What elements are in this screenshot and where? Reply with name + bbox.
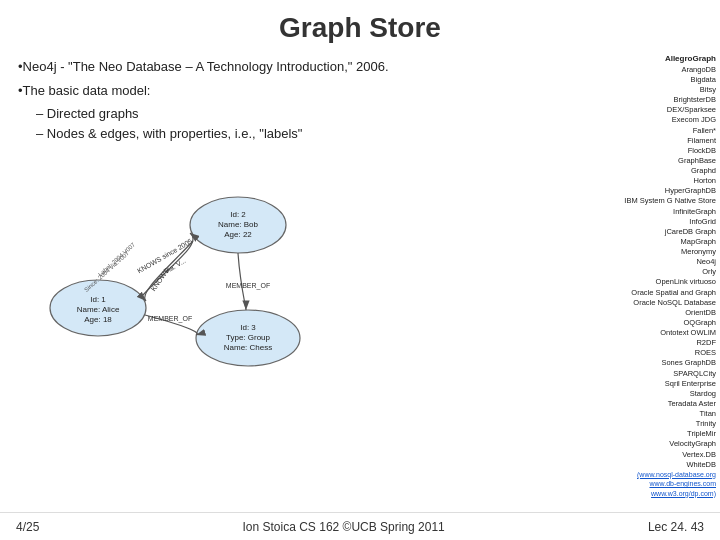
sidebar-arangoDB: ArangoDB	[575, 65, 716, 75]
sidebar-titan: Titan	[575, 409, 716, 419]
main-layout: •Neo4j - "The Neo Database – A Technolog…	[0, 50, 720, 540]
sidebar-graphBase: GraphBase	[575, 156, 716, 166]
svg-text:Id: 1: Id: 1	[90, 295, 106, 304]
svg-text:Age: 22: Age: 22	[224, 230, 252, 239]
right-sidebar: AllegroGraph ArangoDB Bigdata Bitsy Brig…	[575, 50, 720, 540]
sidebar-roes: ROES	[575, 348, 716, 358]
sidebar-tripleMir: TripleMir	[575, 429, 716, 439]
graph-svg: Id: 1 Name: Alice Age: 18 Id: 2 Name: Bo…	[18, 153, 388, 383]
sidebar-teradata: Teradata Aster	[575, 399, 716, 409]
sidebar-execom: Execom JDG	[575, 115, 716, 125]
graph-diagram: Id: 1 Name: Alice Age: 18 Id: 2 Name: Bo…	[18, 153, 388, 383]
svg-text:MEMBER_OF: MEMBER_OF	[148, 315, 192, 323]
sidebar-whiteDB: WhiteDB	[575, 460, 716, 470]
sidebar-graphd: Graphd	[575, 166, 716, 176]
sidebar-sones: Sones GraphDB	[575, 358, 716, 368]
sub-bullet-nodes: – Nodes & edges, with properties, i.e., …	[36, 124, 565, 144]
sidebar-orientDB: OrientDB	[575, 308, 716, 318]
svg-text:Name: Bob: Name: Bob	[218, 220, 259, 229]
sidebar-link2[interactable]: www.db-engines.com	[575, 479, 716, 488]
sidebar-infoGrid: InfoGrid	[575, 217, 716, 227]
sidebar-meronymy: Meronymy	[575, 247, 716, 257]
svg-text:Type: Group: Type: Group	[226, 333, 271, 342]
sidebar-openlink: OpenLink virtuoso	[575, 277, 716, 287]
sidebar-ibm: IBM System G Native Store	[575, 196, 716, 206]
sidebar-stardog: Stardog	[575, 389, 716, 399]
sidebar-r2df: R2DF	[575, 338, 716, 348]
sidebar-oracle-spatial: Oracle Spatial and Graph	[575, 288, 716, 298]
footer-right: Lec 24. 43	[648, 520, 704, 534]
sub-bullet-directed: – Directed graphs	[36, 104, 565, 124]
sidebar-filament: Filament	[575, 136, 716, 146]
sidebar-orly: Orly	[575, 267, 716, 277]
footer-left: 4/25	[16, 520, 39, 534]
sidebar-jcareDB: jCareDB Graph	[575, 227, 716, 237]
svg-text:KNOWS: KNOWS	[149, 267, 170, 293]
sidebar-link3[interactable]: www.w3.org/dp.com)	[575, 489, 716, 498]
sidebar-trinity: Trinity	[575, 419, 716, 429]
neo4j-bullet: •Neo4j - "The Neo Database – A Technolog…	[18, 58, 565, 76]
page-title: Graph Store	[0, 0, 720, 50]
sidebar-dex: DEX/Sparksee	[575, 105, 716, 115]
sidebar-fallen: Fallen*	[575, 126, 716, 136]
left-content: •Neo4j - "The Neo Database – A Technolog…	[0, 50, 575, 540]
sidebar-hyperGraphDB: HyperGraphDB	[575, 186, 716, 196]
sidebar-oracle-nosql: Oracle NoSQL Database	[575, 298, 716, 308]
sidebar-oqgraph: OQGraph	[575, 318, 716, 328]
svg-text:MEMBER_OF: MEMBER_OF	[226, 282, 270, 290]
svg-text:Id: 2: Id: 2	[230, 210, 246, 219]
sidebar-sparqlcity: SPARQLCity	[575, 369, 716, 379]
sidebar-neo4j: Neo4j	[575, 257, 716, 267]
sidebar-bigdata: Bigdata	[575, 75, 716, 85]
svg-text:Id: 3: Id: 3	[240, 323, 256, 332]
svg-text:Name: Alice: Name: Alice	[77, 305, 120, 314]
footer-center: Ion Stoica CS 162 ©UCB Spring 2011	[243, 520, 445, 534]
sidebar-velocityGraph: VelocityGraph	[575, 439, 716, 449]
basic-model-bullet: •The basic data model:	[18, 82, 565, 100]
sidebar-ontotext: Ontotext OWLIM	[575, 328, 716, 338]
sidebar-link1[interactable]: (www.nosql-database.org	[575, 470, 716, 479]
sidebar-brightsterDB: BrightsterDB	[575, 95, 716, 105]
svg-text:Age: 18: Age: 18	[84, 315, 112, 324]
svg-text:Name: Chess: Name: Chess	[224, 343, 272, 352]
sidebar-mapGraph: MapGraph	[575, 237, 716, 247]
sidebar-bitsy: Bitsy	[575, 85, 716, 95]
sidebar-flockDB: FlockDB	[575, 146, 716, 156]
sidebar-horton: Horton	[575, 176, 716, 186]
sidebar-vertexDB: Vertex.DB	[575, 450, 716, 460]
sidebar-infiniteGraph: InfiniteGraph	[575, 207, 716, 217]
footer: 4/25 Ion Stoica CS 162 ©UCB Spring 2011 …	[0, 512, 720, 540]
sidebar-allegroGraph: AllegroGraph	[575, 54, 716, 65]
sidebar-sqril: Sqril Enterprise	[575, 379, 716, 389]
